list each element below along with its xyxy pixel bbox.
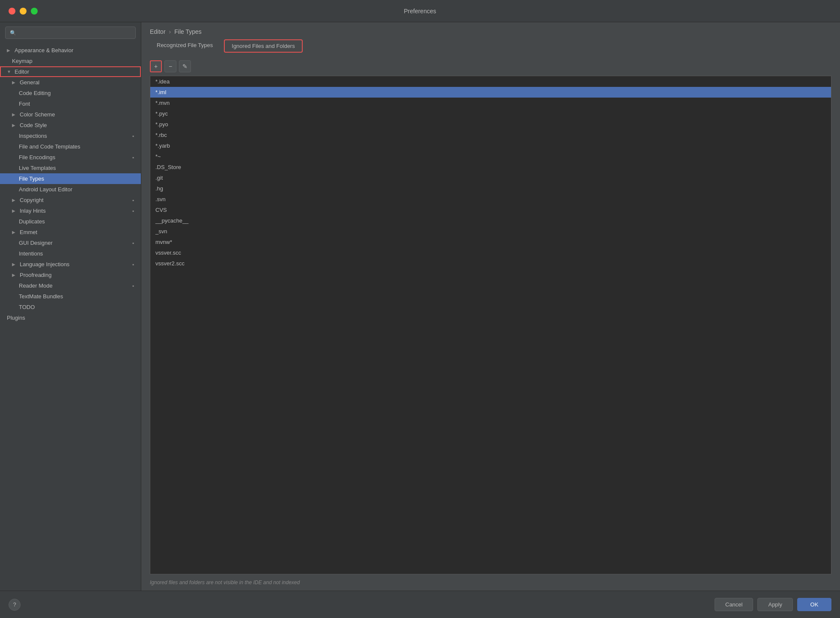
chevron-right-icon: ▶	[12, 230, 17, 235]
settings-icon: ▪	[132, 133, 134, 139]
footer-right: Cancel Apply OK	[715, 598, 831, 611]
sidebar-item-code-editing[interactable]: Code Editing	[0, 88, 141, 98]
help-button[interactable]: ?	[9, 599, 21, 611]
sidebar-item-label: Copyright	[20, 197, 44, 203]
list-item[interactable]: *.yarb	[150, 140, 831, 151]
sidebar-item-label: Reader Mode	[19, 282, 53, 289]
chevron-right-icon: ▶	[12, 208, 17, 213]
list-item[interactable]: .hg	[150, 183, 831, 194]
sidebar-item-label: Code Editing	[19, 90, 51, 96]
list-item[interactable]: *.idea	[150, 76, 831, 87]
tab-ignored-files-folders[interactable]: Ignored Files and Folders	[224, 39, 302, 53]
chevron-right-icon: ▶	[7, 48, 12, 53]
list-item[interactable]: .git	[150, 172, 831, 183]
minimize-button[interactable]	[20, 8, 27, 15]
list-item[interactable]: *.rbc	[150, 130, 831, 140]
maximize-button[interactable]	[31, 8, 38, 15]
sidebar-item-inspections[interactable]: Inspections ▪	[0, 131, 141, 141]
sidebar-item-language-injections[interactable]: ▶ Language Injections ▪	[0, 259, 141, 270]
sidebar-item-label: Font	[19, 101, 30, 107]
sidebar-item-plugins[interactable]: Plugins	[0, 312, 141, 323]
list-item[interactable]: *~	[150, 151, 831, 162]
sidebar-item-keymap[interactable]: Keymap	[0, 56, 141, 66]
sidebar-item-android-layout-editor[interactable]: Android Layout Editor	[0, 184, 141, 195]
list-item[interactable]: vssver.scc	[150, 247, 831, 258]
search-icon: 🔍	[10, 30, 16, 36]
add-button[interactable]: +	[150, 60, 162, 72]
list-item[interactable]: .DS_Store	[150, 162, 831, 172]
sidebar-item-color-scheme[interactable]: ▶ Color Scheme	[0, 109, 141, 120]
sidebar-item-label: Live Templates	[19, 165, 56, 171]
sidebar-item-file-code-templates[interactable]: File and Code Templates	[0, 141, 141, 152]
close-button[interactable]	[9, 8, 15, 15]
sidebar-item-appearance[interactable]: ▶ Appearance & Behavior	[0, 45, 141, 56]
sidebar-item-label: GUI Designer	[19, 240, 53, 246]
list-item[interactable]: __pycache__	[150, 215, 831, 226]
sidebar-item-todo[interactable]: TODO	[0, 302, 141, 312]
sidebar-item-inlay-hints[interactable]: ▶ Inlay Hints ▪	[0, 205, 141, 216]
breadcrumb: Editor › File Types	[141, 22, 840, 39]
sidebar-item-label: Appearance & Behavior	[15, 47, 73, 53]
chevron-right-icon: ▶	[12, 262, 17, 267]
ok-button[interactable]: OK	[797, 598, 831, 611]
sidebar-item-font[interactable]: Font	[0, 98, 141, 109]
sidebar-item-intentions[interactable]: Intentions	[0, 248, 141, 259]
content-area: Editor › File Types Recognized File Type…	[141, 22, 840, 591]
tab-label: Recognized File Types	[157, 42, 213, 48]
list-item[interactable]: .svn	[150, 194, 831, 205]
sidebar-item-copyright[interactable]: ▶ Copyright ▪	[0, 195, 141, 205]
sidebar-item-textmate-bundles[interactable]: TextMate Bundles	[0, 291, 141, 302]
sidebar-item-label: Editor	[15, 68, 29, 75]
hint-text: Ignored files and folders are not visibl…	[141, 574, 840, 591]
edit-button[interactable]: ✎	[179, 60, 191, 72]
sidebar-item-label: Color Scheme	[20, 111, 55, 118]
list-item[interactable]: *.pyo	[150, 119, 831, 130]
breadcrumb-separator: ›	[169, 28, 171, 35]
sidebar-item-reader-mode[interactable]: Reader Mode ▪	[0, 280, 141, 291]
list-item[interactable]: CVS	[150, 205, 831, 215]
tab-recognized-file-types[interactable]: Recognized File Types	[150, 39, 220, 53]
chevron-right-icon: ▶	[12, 123, 17, 128]
chevron-right-icon: ▶	[12, 273, 17, 277]
sidebar-item-general[interactable]: ▶ General	[0, 77, 141, 88]
sidebar-item-file-types[interactable]: File Types	[0, 173, 141, 184]
sidebar-item-label: Language Injections	[20, 261, 69, 267]
settings-icon: ▪	[132, 208, 134, 214]
apply-button[interactable]: Apply	[757, 598, 793, 611]
list-item[interactable]: *.iml	[150, 87, 831, 98]
sidebar-item-editor[interactable]: ▼ Editor	[0, 66, 141, 77]
sidebar-item-live-templates[interactable]: Live Templates	[0, 163, 141, 173]
sidebar-item-label: File Encodings	[19, 154, 55, 160]
remove-icon: −	[169, 63, 172, 70]
window-title: Preferences	[404, 8, 436, 15]
sidebar-item-label: Inspections	[19, 133, 47, 139]
ignored-files-list[interactable]: *.idea*.iml*.mvn*.pyc*.pyo*.rbc*.yarb*~.…	[150, 76, 831, 574]
remove-button[interactable]: −	[164, 60, 176, 72]
sidebar-item-file-encodings[interactable]: File Encodings ▪	[0, 152, 141, 163]
sidebar-item-label: TODO	[19, 304, 35, 310]
edit-icon: ✎	[182, 63, 188, 70]
sidebar-item-gui-designer[interactable]: GUI Designer ▪	[0, 238, 141, 248]
sidebar-item-label: Duplicates	[19, 218, 45, 225]
list-item[interactable]: _svn	[150, 226, 831, 237]
sidebar-item-label: Inlay Hints	[20, 208, 46, 214]
sidebar-item-label: Plugins	[7, 315, 25, 321]
sidebar-item-label: Intentions	[19, 250, 43, 257]
sidebar-item-duplicates[interactable]: Duplicates	[0, 216, 141, 227]
breadcrumb-current: File Types	[174, 28, 202, 35]
sidebar-item-code-style[interactable]: ▶ Code Style	[0, 120, 141, 131]
window-controls[interactable]	[9, 8, 38, 15]
sidebar-item-proofreading[interactable]: ▶ Proofreading	[0, 270, 141, 280]
sidebar-item-label: File Types	[19, 175, 44, 182]
tabs-area: Recognized File Types Ignored Files and …	[141, 39, 840, 57]
list-item[interactable]: mvnw*	[150, 237, 831, 247]
search-input[interactable]	[19, 30, 131, 36]
list-item[interactable]: vssver2.scc	[150, 258, 831, 269]
footer-left: ?	[9, 599, 21, 611]
sidebar-item-emmet[interactable]: ▶ Emmet	[0, 227, 141, 238]
sidebar-item-label: Android Layout Editor	[19, 186, 72, 193]
search-box[interactable]: 🔍	[5, 27, 136, 39]
list-item[interactable]: *.pyc	[150, 108, 831, 119]
cancel-button[interactable]: Cancel	[715, 598, 753, 611]
list-item[interactable]: *.mvn	[150, 98, 831, 108]
